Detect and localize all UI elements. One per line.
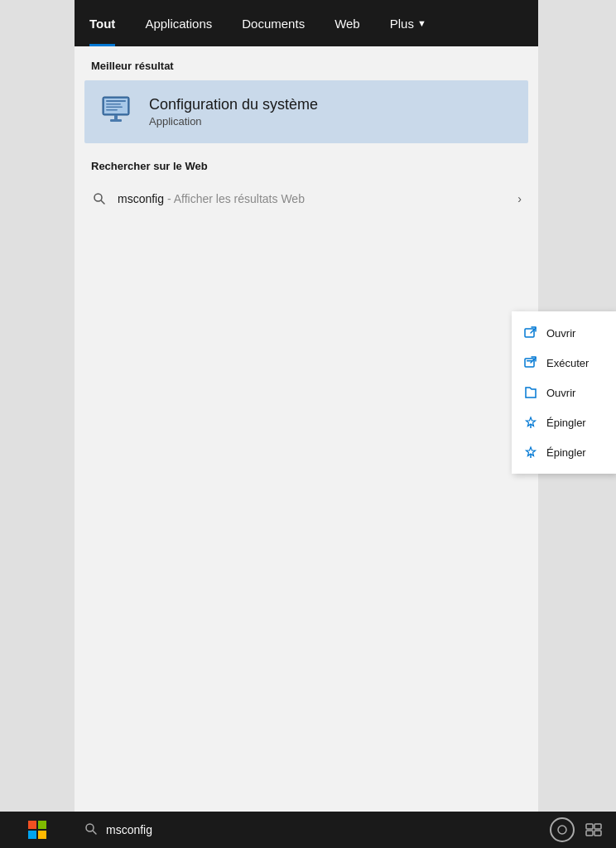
pin-icon2 [523,445,538,460]
best-result-title: Configuration du système [149,96,318,113]
context-pin2-label: Épingler [546,446,586,459]
svg-rect-20 [586,824,593,829]
web-search-header: Rechercher sur le Web [75,143,538,181]
context-pin1-label: Épingler [546,417,586,429]
tab-documents[interactable]: Documents [227,0,320,46]
svg-rect-4 [106,107,123,108]
taskbar-search-icon [84,822,98,838]
taskbar-right [550,817,616,842]
cortana-button[interactable] [550,817,575,842]
search-icon [91,190,108,207]
svg-point-8 [94,194,102,201]
svg-rect-21 [594,824,601,829]
context-open-label: Ouvrir [546,327,575,340]
svg-line-9 [102,201,105,205]
web-search-text: msconfig - Afficher les résultats Web [118,192,508,205]
tab-applications[interactable]: Applications [130,0,227,46]
best-result-subtitle: Application [149,115,318,128]
context-menu: Ouvrir Exécuter Ouvrir Épi [512,311,616,474]
context-run[interactable]: Exécuter [512,348,616,378]
tab-tout[interactable]: Tout [75,0,130,46]
svg-rect-7 [110,119,122,122]
system-config-icon [98,92,137,132]
svg-point-17 [86,824,94,831]
context-pin1[interactable]: Épingler [512,407,616,437]
best-result-item[interactable]: Configuration du système Application [84,80,528,143]
context-run-label: Exécuter [546,357,589,369]
chevron-right-icon: › [517,192,522,205]
svg-rect-3 [106,104,121,105]
chevron-down-icon: ▼ [417,18,426,28]
best-result-header: Meilleur résultat [75,46,538,80]
tab-web[interactable]: Web [320,0,375,46]
content-area: Meilleur résultat [75,46,538,812]
windows-logo [28,821,46,839]
start-button[interactable] [0,812,75,848]
task-view-button[interactable] [581,817,606,842]
web-search-item[interactable]: msconfig - Afficher les résultats Web › [75,181,538,217]
svg-rect-12 [525,359,534,367]
open-icon [523,325,538,340]
taskbar-search-area[interactable] [75,812,550,848]
context-open-location[interactable]: Ouvrir [512,378,616,407]
search-panel: Tout Applications Documents Web Plus ▼ M… [75,0,538,812]
context-open[interactable]: Ouvrir [512,318,616,348]
best-result-info: Configuration du système Application [149,96,318,128]
run-icon [523,355,538,370]
taskbar-search-input[interactable] [106,823,540,836]
svg-rect-23 [594,831,601,836]
svg-rect-5 [106,109,118,111]
svg-rect-6 [114,115,118,119]
context-pin2[interactable]: Épingler [512,437,616,467]
taskbar [0,812,616,848]
pin-icon [523,415,538,430]
context-open-location-label: Ouvrir [546,387,575,399]
tab-bar: Tout Applications Documents Web Plus ▼ [75,0,538,46]
svg-rect-10 [525,329,534,337]
svg-rect-2 [106,100,126,102]
svg-rect-22 [586,831,593,836]
tab-plus[interactable]: Plus ▼ [375,0,441,46]
file-icon [523,385,538,400]
svg-point-19 [558,826,566,834]
svg-line-18 [94,831,97,834]
